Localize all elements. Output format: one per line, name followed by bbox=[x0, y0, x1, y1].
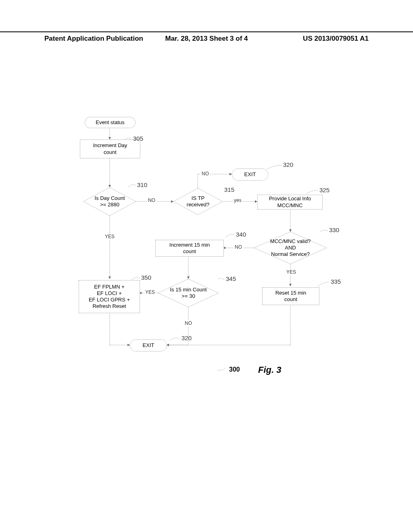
terminator-exit-bottom: EXIT bbox=[130, 339, 167, 351]
ref-345: 345 bbox=[226, 275, 236, 282]
box-local-info: Provide Local Info MCC/MNC bbox=[257, 195, 323, 210]
ref-325: 325 bbox=[319, 187, 330, 193]
flowchart-edges bbox=[0, 0, 413, 532]
flowchart-canvas: Event status Increment Day count Is Day … bbox=[0, 0, 413, 532]
label-no-15: NO bbox=[184, 320, 193, 326]
terminator-event-status: Event status bbox=[85, 117, 136, 128]
label-no-tp: NO bbox=[201, 171, 210, 177]
label-no-daycount: NO bbox=[147, 197, 156, 203]
decision-15min: Is 15 min Count >= 30 bbox=[158, 279, 219, 307]
terminator-exit-top: EXIT bbox=[232, 168, 268, 181]
event-status-text: Event status bbox=[96, 119, 125, 126]
box-increment-day: Increment Day count bbox=[80, 139, 140, 158]
ref-330: 330 bbox=[329, 227, 339, 233]
ref-335: 335 bbox=[331, 278, 341, 285]
label-yes-tp: yes bbox=[233, 197, 242, 203]
label-no-mcc: NO bbox=[234, 244, 243, 250]
ref-340: 340 bbox=[236, 231, 246, 238]
box-reset-all: EF FPLMN + EF LOCI + EF LOCI GPRS + Refr… bbox=[79, 280, 140, 313]
decision-tp-received: IS TP received? bbox=[173, 188, 223, 215]
box-increment-15: Increment 15 min count bbox=[155, 240, 224, 257]
label-yes-daycount: YES bbox=[104, 234, 115, 239]
ref-315: 315 bbox=[224, 186, 234, 193]
decision-day-count: Is Day Count >= 2880 bbox=[83, 187, 136, 216]
ref-350: 350 bbox=[141, 274, 151, 281]
figure-caption: Fig. 3 bbox=[258, 365, 281, 375]
ref-305: 305 bbox=[133, 135, 143, 142]
decision-mccmnc: MCC/MNC valid? AND Normal Service? bbox=[254, 232, 327, 264]
ref-310: 310 bbox=[137, 181, 147, 188]
ref-320: 320 bbox=[283, 161, 293, 168]
label-yes-15: YES bbox=[144, 289, 156, 295]
ref-320b: 320 bbox=[181, 335, 192, 341]
box-reset-15: Reset 15 min count bbox=[262, 287, 319, 305]
label-yes-mcc: YES bbox=[286, 269, 297, 275]
figure-number-300: 300 bbox=[229, 366, 240, 373]
